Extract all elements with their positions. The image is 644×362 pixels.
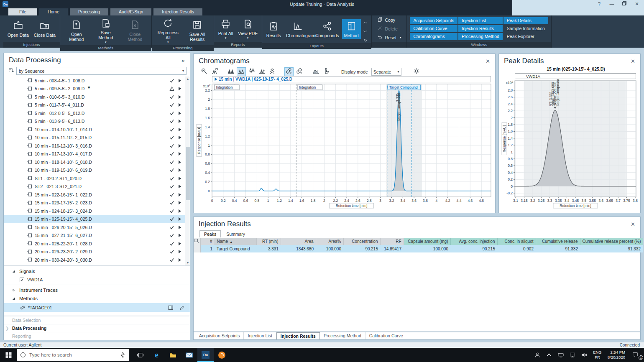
column-header-area[interactable]: Area bbox=[281, 238, 316, 245]
reprocess-item-button[interactable] bbox=[178, 168, 181, 172]
chromatograms-button[interactable]: Chromatograms bbox=[284, 19, 312, 39]
stacked-signals-button[interactable] bbox=[268, 67, 277, 76]
layouts-scroll-up-button[interactable] bbox=[363, 18, 368, 23]
bottom-tab-injection-results[interactable]: Injection Results bbox=[276, 332, 320, 339]
column-header-concentration[interactable]: Concentration bbox=[343, 238, 380, 245]
injection-item[interactable]: 15 min - 026-20-15'- 5_026.D bbox=[4, 223, 190, 232]
injection-item[interactable]: 10 min - 015-11-10'- 2_015.D bbox=[4, 134, 190, 142]
injection-item[interactable]: 10 min - 018-14-10'- 5_018.D bbox=[4, 158, 190, 166]
results-tab-peaks[interactable]: Peaks bbox=[199, 230, 221, 237]
reprocess-item-button[interactable] bbox=[178, 87, 181, 91]
table-row[interactable]: 1Target Compound3.3311343.680100.00090.2… bbox=[194, 245, 643, 252]
reprocess-item-button[interactable] bbox=[178, 217, 181, 221]
hidden-icons-button[interactable] bbox=[543, 348, 555, 362]
reprocess-item-button[interactable] bbox=[178, 250, 181, 254]
save-all-results-button[interactable]: Save All Results bbox=[183, 18, 212, 43]
column-header-rt-min[interactable]: RT (min) bbox=[256, 238, 281, 245]
autoscale-button[interactable] bbox=[210, 67, 219, 76]
column-header-[interactable]: # bbox=[200, 238, 215, 245]
fill-peaks-button[interactable] bbox=[311, 67, 320, 76]
injection-results-window-button[interactable]: Injection Results bbox=[458, 25, 503, 32]
layouts-scroll-down-button[interactable] bbox=[363, 27, 368, 31]
reprocess-item-button[interactable] bbox=[178, 103, 181, 107]
instrument-traces-header[interactable]: Instrument Traces bbox=[4, 286, 190, 294]
reprocess-item-button[interactable] bbox=[178, 209, 181, 213]
edit-method-icon[interactable] bbox=[179, 305, 185, 310]
reprocess-item-button[interactable] bbox=[178, 258, 181, 262]
injection-item[interactable]: 5 min - 012-8-5'- 5_012.D bbox=[4, 109, 190, 117]
injection-item[interactable]: 10 min - 014-10-10'- 1_014.D bbox=[4, 125, 190, 134]
collapse-panel-button[interactable]: « bbox=[181, 57, 185, 64]
reprocess-item-button[interactable] bbox=[178, 152, 181, 156]
column-header-rf[interactable]: RF bbox=[380, 238, 404, 245]
data-analysis-app-button[interactable]: Da bbox=[197, 348, 214, 362]
injection-item[interactable]: 10 min - 016-12-10'- 3_016.D bbox=[4, 142, 190, 150]
injection-item[interactable]: 20 min - 030-24-20'- 3_030.D bbox=[4, 256, 190, 264]
reprocess-item-button[interactable] bbox=[178, 79, 181, 83]
injection-item[interactable]: 5 min - 008-4-5'- 1_008.D bbox=[4, 76, 190, 85]
help-button[interactable]: ? bbox=[596, 1, 602, 7]
openlab-app-button[interactable] bbox=[214, 348, 230, 362]
view-pdf-button[interactable]: View PDF▾ bbox=[236, 17, 260, 41]
signal-vwd1a-checkbox[interactable] bbox=[20, 278, 24, 282]
select-all-rows-button[interactable] bbox=[194, 238, 200, 245]
layouts-more-button[interactable] bbox=[363, 36, 368, 40]
injection-item[interactable]: 20 min - 029-23-20'- 2_029.D bbox=[4, 248, 190, 256]
restore-button[interactable] bbox=[621, 1, 627, 7]
people-tray-button[interactable] bbox=[532, 348, 543, 362]
compare-signals-button[interactable] bbox=[226, 67, 235, 76]
scrollbar-thumb[interactable] bbox=[186, 147, 190, 200]
peak-explorer-window-button[interactable]: Peak Explorer bbox=[503, 33, 548, 40]
scroll-down-icon[interactable]: ▼ bbox=[185, 260, 190, 265]
injection-item[interactable]: 5 min - 013-9-5'- 6_013.D bbox=[4, 117, 190, 126]
method-button[interactable]: Method bbox=[342, 19, 361, 39]
chromatogram-main[interactable]: 3.331Target CompoundIntegrationIntegrati… bbox=[195, 82, 493, 210]
action-center-button[interactable]: 1 bbox=[629, 348, 644, 362]
injection-item[interactable]: 15 min - 024-18-15'- 3_024.D bbox=[4, 207, 190, 215]
injection-item[interactable]: 15 min - 027-21-15'- 6_027.D bbox=[4, 232, 190, 240]
print-all-button[interactable]: Print All▾ bbox=[216, 17, 235, 41]
injection-results-close-button[interactable]: ✕ bbox=[631, 221, 635, 227]
chromatogram-settings-button[interactable] bbox=[412, 67, 421, 76]
injection-item[interactable]: ST1 - 020-2-ST1_020.D bbox=[4, 174, 190, 183]
signal-markers-button[interactable] bbox=[258, 67, 267, 76]
bottom-tab-calibration-curve[interactable]: Calibration Curve bbox=[365, 332, 407, 339]
bottom-tab-processing-method[interactable]: Processing Method bbox=[320, 332, 365, 339]
column-header-name[interactable]: Name▲ bbox=[215, 238, 256, 245]
peak-details-window-button[interactable]: Peak Details bbox=[503, 17, 548, 24]
reprocess-item-button[interactable] bbox=[178, 111, 181, 115]
minimize-button[interactable]: — bbox=[609, 1, 615, 7]
injection-item[interactable]: 15 min - 025-19-15'- 4_025.D bbox=[4, 215, 190, 224]
manual-integration-button[interactable] bbox=[322, 67, 331, 76]
tab-processing[interactable]: Processing bbox=[70, 8, 108, 15]
overlay-signals-button[interactable] bbox=[237, 67, 246, 76]
reprocess-item-button[interactable] bbox=[178, 225, 181, 229]
display-mode-select[interactable]: Separate▾ bbox=[371, 68, 401, 76]
network-button[interactable] bbox=[567, 348, 578, 362]
reprocess-item-button[interactable] bbox=[178, 242, 181, 246]
task-view-button[interactable] bbox=[132, 348, 148, 362]
open-method-button[interactable]: Open Method bbox=[62, 18, 91, 43]
close-window-button[interactable]: ✕ bbox=[634, 1, 640, 7]
reprocess-item-button[interactable] bbox=[178, 184, 181, 189]
list-scrollbar[interactable]: ▲▼ bbox=[185, 76, 190, 265]
column-header-cumulative-release[interactable]: Cumulative release bbox=[536, 238, 580, 245]
peak-details-chart[interactable]: RT: 3.331Area: 1343.680Height: 221.301Ta… bbox=[501, 79, 639, 209]
workflow-step-data-selection[interactable]: Data Selection bbox=[4, 316, 190, 324]
sort-order-icon[interactable] bbox=[8, 67, 14, 75]
tab-injection-results[interactable]: Injection Results bbox=[153, 8, 202, 15]
start-button[interactable] bbox=[0, 348, 17, 362]
results-tab-summary[interactable]: Summary bbox=[222, 230, 250, 237]
open-table-icon[interactable] bbox=[168, 305, 174, 310]
injection-item[interactable]: ST2 - 021-3-ST2_021.D bbox=[4, 183, 190, 191]
injection-item[interactable]: 20 min - 028-22-20'- 1_028.D bbox=[4, 240, 190, 248]
copy-button[interactable]: Copy bbox=[376, 16, 403, 23]
clock[interactable]: 2:54 PM 8/20/2020 bbox=[605, 348, 629, 362]
chromatograms-window-button[interactable]: Chromatograms bbox=[410, 33, 457, 40]
column-header-cumulative-release-percent[interactable]: Cumulative release percent (%) bbox=[580, 238, 643, 245]
method-row[interactable]: *TADACE01 bbox=[4, 303, 190, 312]
compounds-button[interactable]: Compounds bbox=[313, 19, 341, 39]
column-header-avg-conc-injection[interactable]: Avg. conc. injection bbox=[450, 238, 497, 245]
file-explorer-button[interactable] bbox=[165, 348, 181, 362]
reprocess-item-button[interactable] bbox=[178, 201, 181, 205]
